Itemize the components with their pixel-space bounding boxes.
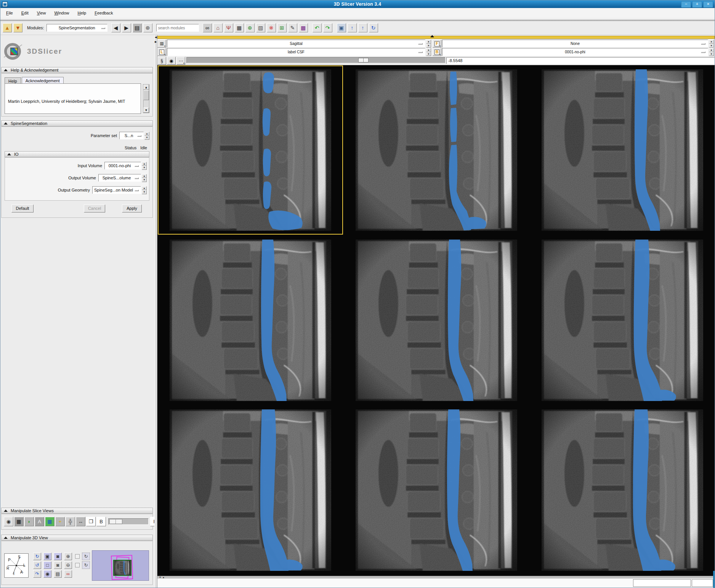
view3d-checkbox[interactable] xyxy=(75,554,80,559)
close-button[interactable]: × xyxy=(703,1,713,8)
scroll-thumb[interactable] xyxy=(143,90,149,100)
slice-cell-7[interactable] xyxy=(157,405,343,575)
slice-crosshair-icon[interactable]: + xyxy=(55,517,65,526)
home-module-icon[interactable]: ⌂ xyxy=(213,23,223,32)
menu-item-file[interactable]: File xyxy=(2,10,17,16)
fiducial-star-icon[interactable]: ↑ xyxy=(358,23,367,32)
module-prev-icon[interactable]: ◀ xyxy=(111,23,120,32)
menu-item-view[interactable]: View xyxy=(33,10,50,16)
slice-model-icon[interactable]: ◗ xyxy=(24,517,34,526)
screenshot-3d-icon[interactable]: ◙ xyxy=(54,553,62,560)
panel-splitter[interactable]: ◀ ▶ xyxy=(154,35,157,588)
undo-icon[interactable]: ↶ xyxy=(313,23,322,32)
volumes-module-icon[interactable]: ⊕ xyxy=(245,23,255,32)
slice-fade-slider[interactable] xyxy=(108,518,149,525)
slice-bg-icon[interactable]: B xyxy=(96,517,106,526)
stereo-3d-icon[interactable]: ∞ xyxy=(64,570,72,578)
data-module-icon[interactable]: ▦ xyxy=(235,23,244,32)
slice-cell-8[interactable] xyxy=(343,405,529,575)
menu-item-feedback[interactable]: Feedback xyxy=(90,10,117,16)
slice-cell-4[interactable] xyxy=(157,235,343,405)
rotate-around-icon[interactable]: ↻ xyxy=(82,561,90,569)
refresh-view-icon[interactable]: ↻ xyxy=(369,23,378,32)
zoom-out-icon[interactable]: ⊖ xyxy=(64,561,72,569)
output-geometry-spinner[interactable]: ▲▼ xyxy=(142,186,147,194)
slice-cell-1[interactable] xyxy=(157,65,343,235)
background-spinner[interactable]: ▲▼ xyxy=(709,48,714,56)
module-section-header[interactable]: SpineSegmentation xyxy=(1,120,153,126)
input-volume-combobox[interactable]: 0001-no-phi xyxy=(104,162,141,169)
rock-view-icon[interactable]: ↷ xyxy=(33,570,41,578)
slice-layout-icon[interactable]: ❒ xyxy=(86,517,96,526)
view3d-checkbox[interactable] xyxy=(75,563,80,567)
search-modules-input[interactable] xyxy=(156,24,199,32)
orientation-selector[interactable]: Sagittal xyxy=(167,40,425,48)
foreground-selector[interactable]: None xyxy=(442,40,708,48)
default-button[interactable]: Default xyxy=(11,205,34,213)
fiducial-add-icon[interactable]: ↑ xyxy=(348,23,357,32)
transforms-module-icon[interactable]: ⊞ xyxy=(277,23,287,32)
parameter-set-combobox[interactable]: S...n xyxy=(119,132,144,139)
colors-module-icon[interactable]: ▩ xyxy=(299,23,308,32)
cube-view-icon[interactable]: □ xyxy=(43,561,51,569)
link-views-button[interactable]: § xyxy=(157,57,166,65)
output-volume-combobox[interactable]: SpineS...olume xyxy=(98,174,141,182)
snapshot-3d-icon[interactable]: ◙ xyxy=(54,561,62,569)
slice-views-section-header[interactable]: Manipulate Slice Views xyxy=(1,508,153,514)
output-geometry-combobox[interactable]: SpineSeg...on Model xyxy=(92,186,141,194)
modules-combobox[interactable]: SpineSegmentation xyxy=(46,24,107,32)
module-config-icon[interactable]: ⊛ xyxy=(143,23,152,32)
redo-icon[interactable]: ↷ xyxy=(323,23,332,32)
scroll-up-icon[interactable]: ▲ xyxy=(143,85,149,90)
minimize-button[interactable]: – xyxy=(681,1,691,8)
find-modules-icon[interactable]: ∞ xyxy=(203,23,212,32)
more-options-button[interactable]: ⋯▾ xyxy=(176,57,185,65)
stack-3d-icon[interactable]: ▤ xyxy=(54,570,62,578)
slice-annotation-icon[interactable]: A xyxy=(35,517,44,526)
slice-offset-slider[interactable] xyxy=(186,57,446,63)
menu-item-edit[interactable]: Edit xyxy=(17,10,33,16)
slice-visibility-button[interactable]: ◉ xyxy=(167,57,176,65)
label-spinner[interactable]: ▲▼ xyxy=(426,48,431,56)
slice-offset-value-field[interactable]: -8.5548 xyxy=(446,57,715,64)
view3d-navigation-thumbnail[interactable] xyxy=(92,550,149,581)
menu-item-help[interactable]: Help xyxy=(74,10,91,16)
hierarchy-module-icon[interactable]: Ψ xyxy=(224,23,233,32)
output-volume-spinner[interactable]: ▲▼ xyxy=(142,174,147,182)
save-scene-icon[interactable]: ▼ xyxy=(13,23,22,32)
scroll-down-icon[interactable]: ▼ xyxy=(143,107,149,113)
input-volume-spinner[interactable]: ▲▼ xyxy=(142,162,147,170)
spin-view-icon[interactable]: ↻ xyxy=(33,553,41,560)
menu-item-window[interactable]: Window xyxy=(50,10,73,16)
slice-cell-3[interactable] xyxy=(529,65,715,235)
parameter-set-spinner[interactable]: ▲▼ xyxy=(144,132,149,140)
screenshot-icon[interactable]: ▣ xyxy=(337,23,346,32)
slice-cell-5[interactable] xyxy=(343,235,529,405)
models-module-icon[interactable]: ▧ xyxy=(256,23,265,32)
slice-offset-handle[interactable] xyxy=(358,58,369,62)
load-scene-icon[interactable]: ▲ xyxy=(3,23,12,32)
foreground-spinner[interactable]: ▲▼ xyxy=(709,40,714,48)
slice-cell-6[interactable] xyxy=(529,235,715,405)
slice-node-button[interactable]: ⊞▾ xyxy=(157,40,166,48)
slice-grid2-icon[interactable]: ╬ xyxy=(66,517,75,526)
rotate-around-icon[interactable]: ↻ xyxy=(82,553,90,560)
help-scrollbar[interactable]: ▲ ▼ xyxy=(143,84,149,113)
background-layer-button[interactable]: B ▾ xyxy=(433,48,441,56)
visibility-3d-icon[interactable]: ◉ xyxy=(43,570,51,578)
maximize-button[interactable]: + xyxy=(692,1,702,8)
orientation-spinner[interactable]: ▲▼ xyxy=(426,40,431,48)
label-selector[interactable]: label CSF xyxy=(167,48,425,56)
editor-module-icon[interactable]: ✎ xyxy=(288,23,297,32)
zoom-in-icon[interactable]: ⊕ xyxy=(64,553,72,560)
center-view-icon[interactable]: ▣ xyxy=(43,553,51,560)
slice-grid-icon[interactable]: ▦ xyxy=(14,517,24,526)
background-selector[interactable]: 0001-no-phi xyxy=(442,48,708,56)
slice-fade-handle[interactable] xyxy=(109,519,122,524)
foreground-layer-button[interactable]: F ▾ xyxy=(433,40,441,48)
io-section-header[interactable]: IO xyxy=(5,151,149,157)
slice-pan-icon[interactable]: ↔ xyxy=(76,517,85,526)
slice-compositing-icon[interactable]: ▦ xyxy=(45,517,55,526)
module-history-icon[interactable]: ▤ xyxy=(133,23,142,32)
slice-cell-2[interactable] xyxy=(343,65,529,235)
